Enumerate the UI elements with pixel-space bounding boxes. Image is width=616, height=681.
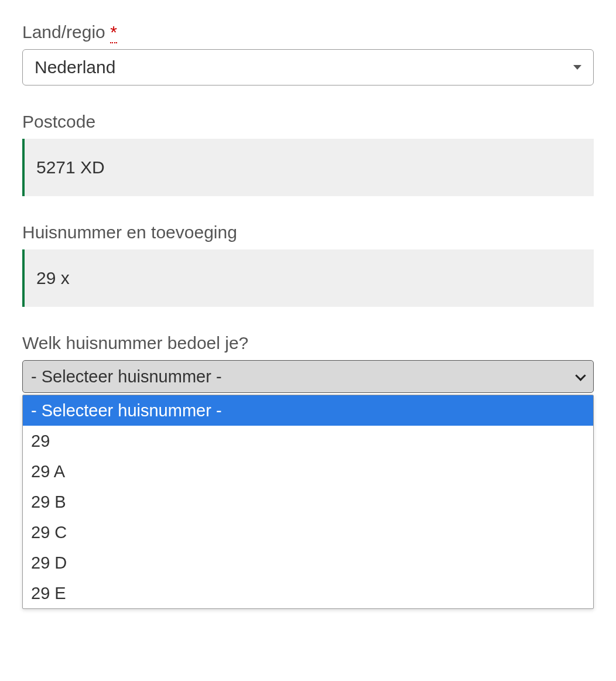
dropdown-option[interactable]: 29 [23,426,593,456]
country-select[interactable]: Nederland [22,49,594,85]
housenumber-input[interactable]: 29 x [22,249,594,307]
which-number-dropdown: - Selecteer huisnummer - 29 29 A 29 B 29… [22,395,594,609]
country-field-group: Land/regio * Nederland [22,22,594,85]
dropdown-option[interactable]: 29 C [23,517,593,547]
dropdown-option[interactable]: 29 D [23,547,593,578]
which-number-select[interactable]: - Selecteer huisnummer - [22,360,594,393]
chevron-down-icon [576,372,585,381]
dropdown-option[interactable]: - Selecteer huisnummer - [23,395,593,426]
postcode-field-group: Postcode 5271 XD [22,112,594,196]
postcode-value: 5271 XD [36,158,105,177]
housenumber-value: 29 x [36,268,70,288]
which-number-field-group: Welk huisnummer bedoel je? - Selecteer h… [22,333,594,609]
required-mark: * [110,22,117,43]
dropdown-option[interactable]: 29 A [23,456,593,487]
housenumber-label: Huisnummer en toevoeging [22,223,594,242]
dropdown-option[interactable]: 29 B [23,487,593,517]
housenumber-field-group: Huisnummer en toevoeging 29 x [22,223,594,307]
which-number-selected: - Selecteer huisnummer - [31,367,576,386]
postcode-label: Postcode [22,112,594,132]
country-select-value: Nederland [35,57,573,77]
country-label-text: Land/regio [22,22,105,42]
postcode-input[interactable]: 5271 XD [22,139,594,196]
dropdown-option[interactable]: 29 E [23,578,593,608]
which-number-label: Welk huisnummer bedoel je? [22,333,594,353]
country-label: Land/regio * [22,22,594,42]
chevron-down-icon [573,65,581,70]
